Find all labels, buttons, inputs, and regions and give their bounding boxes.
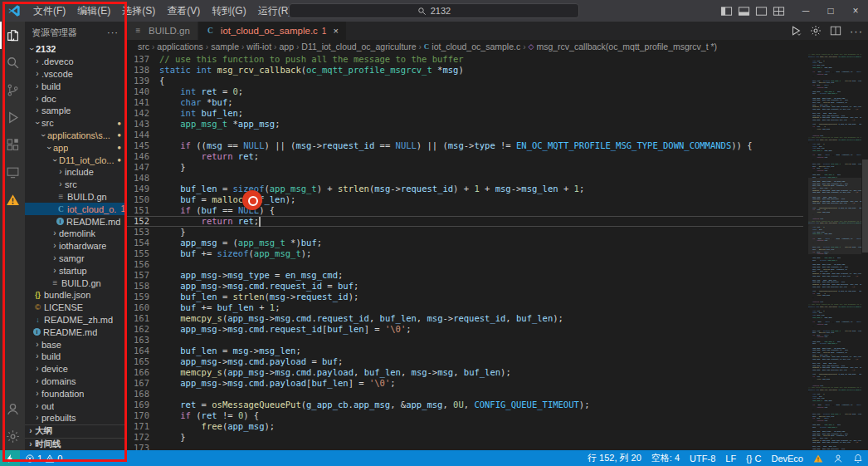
- tree-item-D11_iot_clo...[interactable]: ›D11_iot_clo...●: [25, 154, 125, 166]
- line-number[interactable]: 143: [126, 119, 149, 130]
- code-line-161[interactable]: 161 memcpy_s(app_msg->msg.cmd.request_id…: [126, 313, 803, 324]
- more-actions-icon[interactable]: ···: [850, 25, 863, 37]
- code-line-148[interactable]: 148: [126, 173, 803, 184]
- status-encoding[interactable]: UTF-8: [685, 450, 720, 466]
- tree-item-out[interactable]: ›out: [25, 400, 125, 412]
- activitybar-item-account[interactable]: [0, 395, 25, 423]
- breadcrumb-item-0[interactable]: src: [138, 42, 149, 52]
- menu-item-2[interactable]: 选择(S): [116, 2, 161, 19]
- status-cursor-position[interactable]: 行 152, 列 20: [583, 450, 646, 466]
- code-line-140[interactable]: 140 int ret = 0;: [126, 86, 803, 97]
- code-line-147[interactable]: 147 }: [126, 162, 803, 173]
- maximize-button[interactable]: □: [818, 0, 843, 22]
- code-line-167[interactable]: 167 app_msg->msg.cmd.payload[buf_len] = …: [126, 378, 803, 389]
- line-number[interactable]: 152: [126, 216, 149, 227]
- code-line-163[interactable]: 163: [126, 335, 803, 346]
- status-notifications[interactable]: [848, 450, 868, 466]
- code-line-145[interactable]: 145 if ((msg == NULL) || (msg->request_i…: [126, 140, 803, 151]
- tree-item-base[interactable]: ›base: [25, 338, 125, 351]
- tree-item-.vscode[interactable]: ›.vscode: [25, 68, 125, 81]
- code-line-158[interactable]: 158 app_msg->msg.cmd.request_id = buf;: [126, 281, 803, 292]
- tree-item-samgr[interactable]: ›samgr: [25, 253, 125, 265]
- explorer-section-时间线[interactable]: ›时间线: [25, 438, 125, 450]
- line-number[interactable]: 161: [126, 313, 149, 324]
- tree-item-applications-s...[interactable]: ›applications\s...●: [25, 130, 125, 142]
- code-line-173[interactable]: 173: [126, 443, 803, 450]
- tab-iot_cloud_oc_sample.c[interactable]: Ciot_cloud_oc_sample.c1×: [198, 22, 347, 40]
- explorer-section-大纲[interactable]: ›大纲: [25, 424, 125, 438]
- line-number[interactable]: 146: [126, 151, 149, 162]
- code-line-160[interactable]: 160 buf += buf_len + 1;: [126, 302, 803, 313]
- code-line-137[interactable]: 137// use this function to push all the …: [126, 54, 803, 65]
- line-number[interactable]: 167: [126, 378, 149, 389]
- menu-item-1[interactable]: 编辑(E): [71, 2, 116, 19]
- tree-item-LICENSE[interactable]: ©LICENSE: [25, 302, 125, 314]
- tree-item-README.md[interactable]: iREADME.md: [25, 326, 125, 338]
- status-feedback[interactable]: [828, 450, 848, 466]
- line-number[interactable]: 165: [126, 356, 149, 367]
- line-number[interactable]: 147: [126, 162, 149, 173]
- line-number[interactable]: 163: [126, 335, 149, 346]
- code-line-165[interactable]: 165 app_msg->msg.cmd.payload = buf;: [126, 356, 803, 367]
- explorer-more-actions-icon[interactable]: ···: [107, 27, 119, 37]
- tree-item-startup[interactable]: ›startup: [25, 264, 125, 277]
- breadcrumb-item-6[interactable]: Ciot_cloud_oc_sample.c: [424, 42, 520, 52]
- code-line-169[interactable]: 169 ret = osMessageQueuePut(g_app_cb.app…: [126, 400, 803, 410]
- split-editor-icon[interactable]: [830, 25, 841, 37]
- tree-item-iothardware[interactable]: ›iothardware: [25, 240, 125, 253]
- breadcrumb-item-2[interactable]: sample: [211, 42, 239, 52]
- tree-item-device[interactable]: ›device: [25, 363, 125, 375]
- line-number[interactable]: 171: [126, 421, 149, 432]
- activitybar-item-explorer[interactable]: [0, 22, 25, 49]
- code-line-151[interactable]: 151 if (buf == NULL) {: [126, 205, 803, 216]
- code-editor[interactable]: 137// use this function to push all the …: [126, 53, 868, 450]
- code-line-159[interactable]: 159 buf_len = strlen(msg->request_id);: [126, 292, 803, 302]
- code-line-150[interactable]: 150 buf = malloc(buf_len);: [126, 194, 803, 205]
- breadcrumb-item-7[interactable]: ◇msg_rcv_callback(oc_mqtt_profile_msgrcv…: [529, 42, 718, 52]
- menu-item-4[interactable]: 转到(G): [206, 2, 251, 19]
- search-command-center[interactable]: 2132: [289, 3, 579, 18]
- code-line-146[interactable]: 146 return ret;: [126, 151, 803, 162]
- tree-item-README.md[interactable]: iREADME.md: [25, 215, 125, 228]
- line-number[interactable]: 169: [126, 400, 149, 410]
- code-line-152[interactable]: 152 return ret;: [126, 216, 803, 227]
- code-line-149[interactable]: 149 buf_len = sizeof(app_msg_t) + strlen…: [126, 184, 803, 194]
- line-number[interactable]: 150: [126, 194, 149, 205]
- line-number[interactable]: 172: [126, 432, 149, 443]
- tab-BUILD.gn[interactable]: ≡BUILD.gn: [126, 22, 198, 40]
- status-deveco[interactable]: DevEco: [766, 450, 808, 466]
- line-number[interactable]: 149: [126, 184, 149, 194]
- toggle-panel-icon[interactable]: [738, 5, 750, 17]
- code-line-171[interactable]: 171 free(app_msg);: [126, 421, 803, 432]
- line-number[interactable]: 157: [126, 270, 149, 281]
- code-line-138[interactable]: 138static int msg_rcv_callback(oc_mqtt_p…: [126, 65, 803, 76]
- tree-item-build[interactable]: ›build: [25, 80, 125, 92]
- code-line-170[interactable]: 170 if (ret != 0) {: [126, 410, 803, 421]
- activitybar-item-remote-explorer[interactable]: [0, 159, 25, 186]
- code-line-164[interactable]: 164 buf_len = msg->msg_len;: [126, 346, 803, 356]
- tab-close-icon[interactable]: ×: [333, 26, 338, 36]
- code-line-143[interactable]: 143 app_msg_t *app_msg;: [126, 119, 803, 130]
- line-number[interactable]: 137: [126, 54, 149, 65]
- code-line-144[interactable]: 144: [126, 130, 803, 140]
- line-number[interactable]: 156: [126, 259, 149, 270]
- tree-item-bundle.json[interactable]: {}bundle.json: [25, 289, 125, 302]
- tree-item-app[interactable]: ›app●: [25, 141, 125, 154]
- tree-item-BUILD.gn[interactable]: ≡BUILD.gn: [25, 191, 125, 204]
- code-line-153[interactable]: 153 }: [126, 227, 803, 238]
- customize-layout-icon[interactable]: [773, 5, 785, 17]
- line-number[interactable]: 140: [126, 86, 149, 97]
- code-line-142[interactable]: 142 int buf_len;: [126, 108, 803, 119]
- code-line-156[interactable]: 156: [126, 259, 803, 270]
- line-number[interactable]: 148: [126, 173, 149, 184]
- tree-item-foundation[interactable]: ›foundation: [25, 387, 125, 400]
- tree-item-BUILD.gn[interactable]: ≡BUILD.gn: [25, 277, 125, 289]
- line-number[interactable]: 166: [126, 367, 149, 378]
- line-number[interactable]: 139: [126, 76, 149, 86]
- line-number[interactable]: 142: [126, 108, 149, 119]
- minimize-button[interactable]: ─: [793, 0, 818, 22]
- tree-item-sample[interactable]: ›sample: [25, 105, 125, 117]
- tree-item-build[interactable]: ›build: [25, 351, 125, 363]
- tree-item-demolink[interactable]: ›demolink: [25, 228, 125, 240]
- activitybar-item-extensions[interactable]: [0, 131, 25, 159]
